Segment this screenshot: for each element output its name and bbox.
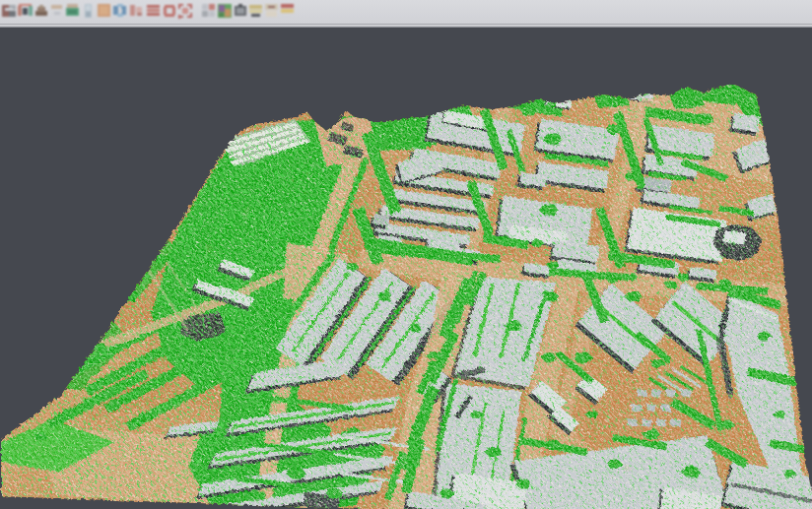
circle-select-icon bbox=[162, 3, 177, 19]
pick-point-button[interactable] bbox=[127, 2, 145, 20]
crop-icon bbox=[177, 3, 193, 19]
point-cloud-scene bbox=[0, 28, 812, 509]
icon-rect bbox=[251, 14, 260, 17]
icon-rect bbox=[178, 16, 183, 18]
icon-rect bbox=[23, 8, 28, 15]
veg-strip-24 bbox=[524, 88, 561, 99]
icon-rect bbox=[117, 4, 123, 7]
icon-rect bbox=[9, 11, 16, 17]
crop-button[interactable] bbox=[176, 2, 194, 20]
icon-rect bbox=[137, 13, 142, 16]
icon-rect bbox=[238, 4, 242, 7]
icon-rect bbox=[86, 12, 91, 17]
primitives-icon bbox=[65, 3, 81, 19]
icon-rect bbox=[249, 5, 262, 9]
icon-rect bbox=[190, 4, 192, 9]
icon-rect bbox=[172, 7, 175, 15]
icon-rect bbox=[147, 9, 160, 12]
icon-rect bbox=[266, 11, 277, 17]
icon-rect bbox=[39, 5, 43, 8]
clipping-icon bbox=[201, 3, 217, 19]
icon-rect bbox=[68, 10, 77, 14]
icon-rect bbox=[202, 11, 208, 17]
icon-rect bbox=[164, 7, 167, 15]
icon-rect bbox=[18, 6, 22, 16]
icon-rect bbox=[237, 8, 244, 14]
rotate-view-icon bbox=[112, 3, 128, 19]
icon-rect bbox=[86, 5, 91, 11]
icon-rect bbox=[118, 9, 122, 13]
align-icon bbox=[18, 3, 34, 19]
icon-rect bbox=[281, 4, 294, 8]
point-list-icon bbox=[248, 3, 264, 19]
classified-point-cloud bbox=[0, 81, 812, 509]
icon-rect bbox=[249, 10, 262, 13]
color-ramp-button[interactable] bbox=[279, 2, 297, 20]
icon-rect bbox=[130, 5, 135, 16]
cloud-features bbox=[0, 81, 812, 509]
veg-strip-25 bbox=[587, 85, 620, 95]
clip-box-icon bbox=[97, 3, 112, 19]
icon-rect bbox=[225, 9, 231, 17]
db-tree-icon bbox=[2, 3, 18, 19]
icon-rect bbox=[117, 14, 123, 17]
icon-rect bbox=[209, 4, 215, 10]
icon-rect bbox=[54, 12, 60, 15]
annotate-icon bbox=[264, 3, 280, 19]
screenshot-icon bbox=[233, 3, 248, 19]
open-icon bbox=[34, 3, 49, 19]
icon-rect bbox=[219, 5, 225, 12]
icon-rect bbox=[100, 6, 108, 15]
viewport-3d[interactable] bbox=[0, 28, 812, 509]
pick-point-icon bbox=[128, 3, 144, 19]
icon-rect bbox=[281, 14, 292, 17]
render-icon bbox=[217, 3, 233, 19]
icon-rect bbox=[187, 16, 192, 18]
tree-45 bbox=[566, 91, 578, 97]
icon-rect bbox=[178, 4, 180, 9]
icon-rect bbox=[281, 9, 294, 13]
icon-rect bbox=[67, 4, 78, 8]
save-icon bbox=[49, 3, 65, 19]
icon-rect bbox=[219, 13, 224, 17]
color-ramp-icon bbox=[280, 3, 296, 19]
icon-rect bbox=[113, 6, 118, 15]
icon-rect bbox=[147, 5, 160, 8]
icon-rect bbox=[202, 4, 208, 10]
icon-rect bbox=[19, 4, 32, 6]
icon-rect bbox=[167, 8, 172, 14]
toolbar bbox=[0, 0, 812, 25]
icon-rect bbox=[147, 13, 160, 16]
panel-icon bbox=[81, 3, 97, 19]
icon-rect bbox=[51, 5, 62, 9]
icon-rect bbox=[209, 11, 215, 17]
icon-rect bbox=[182, 8, 188, 14]
icon-rect bbox=[136, 7, 142, 13]
icon-rect bbox=[268, 6, 275, 8]
icon-rect bbox=[5, 8, 13, 11]
segment-icon bbox=[146, 3, 162, 19]
